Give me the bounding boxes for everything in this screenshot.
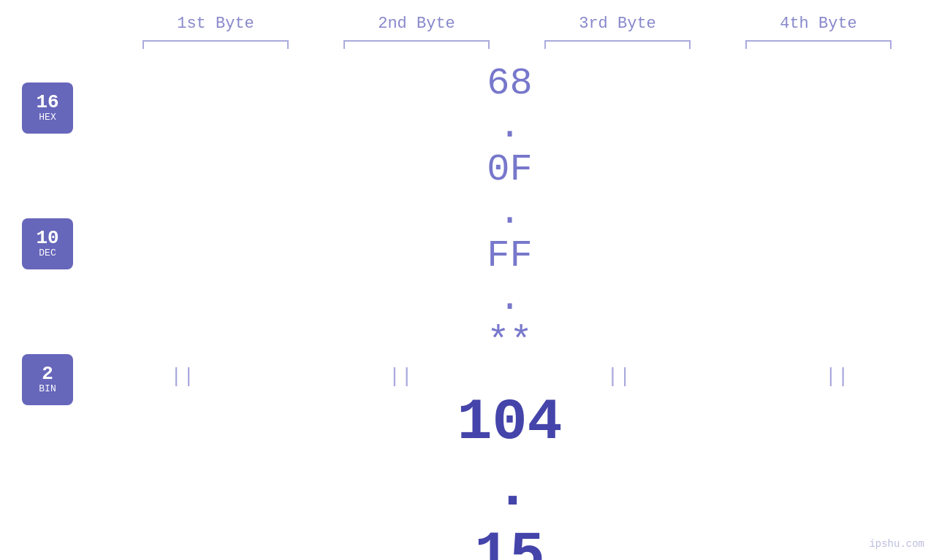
dec-val-2: 15 <box>430 522 590 560</box>
byte4-header: 4th Byte <box>738 15 899 33</box>
byte1-header: 1st Byte <box>135 15 296 33</box>
byte2-header: 2nd Byte <box>336 15 497 33</box>
main-container: 1st Byte 2nd Byte 3rd Byte 4th Byte 16 H… <box>0 0 939 560</box>
bin-base-num: 2 <box>42 364 53 383</box>
byte-headers: 1st Byte 2nd Byte 3rd Byte 4th Byte <box>115 15 919 33</box>
dec-base-num: 10 <box>36 229 58 248</box>
watermark: ipshu.com <box>869 538 924 550</box>
eq1-4: || <box>756 365 917 388</box>
dec-val-1: 104 <box>430 389 590 456</box>
bracket-byte2 <box>343 40 490 49</box>
dec-row: 104 . 15 . 255 . *** <box>95 389 924 560</box>
dec-badge: 10 DEC <box>22 218 73 269</box>
hex-val-1: 68 <box>430 62 590 105</box>
hex-badge: 16 HEX <box>22 83 73 134</box>
hex-val-2: 0F <box>430 148 590 191</box>
base-labels-column: 16 HEX 10 DEC 2 BIN <box>0 55 95 413</box>
hex-dot-3: . <box>495 277 525 321</box>
dec-base-name: DEC <box>39 248 56 259</box>
bin-badge: 2 BIN <box>22 354 73 405</box>
hex-base-name: HEX <box>39 112 56 123</box>
bin-base-name: BIN <box>39 383 56 395</box>
eq1-1: || <box>102 365 263 388</box>
hex-val-3: FF <box>430 234 590 277</box>
bracket-byte1 <box>142 40 289 49</box>
hex-dot-2: . <box>495 191 525 234</box>
eq1-3: || <box>539 365 699 388</box>
bracket-byte3 <box>544 40 691 49</box>
eq1-2: || <box>320 365 481 388</box>
top-brackets <box>115 40 919 49</box>
dec-dot-1: . <box>495 456 525 522</box>
bracket-byte4 <box>745 40 892 49</box>
byte3-header: 3rd Byte <box>537 15 698 33</box>
hex-val-4: ** <box>430 321 590 364</box>
hex-dot-1: . <box>495 105 525 148</box>
hex-row: 68 . 0F . FF . ** <box>95 62 924 364</box>
equals-row-1: || || || || <box>95 364 924 389</box>
values-area: 68 . 0F . FF . ** <box>95 55 939 560</box>
hex-base-num: 16 <box>36 93 58 112</box>
